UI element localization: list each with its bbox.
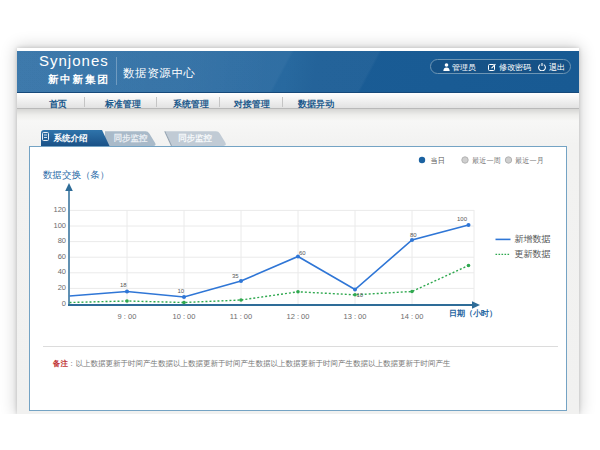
svg-text:100: 100 <box>53 221 66 230</box>
svg-text:最近一周: 最近一周 <box>472 156 501 165</box>
svg-text:18: 18 <box>120 282 127 288</box>
svg-text:新增数据: 新增数据 <box>515 234 551 244</box>
svg-text:0: 0 <box>62 299 66 308</box>
svg-text:60: 60 <box>299 250 306 256</box>
svg-text:40: 40 <box>58 267 66 276</box>
svg-text:13 : 00: 13 : 00 <box>344 312 367 321</box>
svg-text:更新数据: 更新数据 <box>515 249 551 259</box>
svg-text:10: 10 <box>357 292 364 298</box>
svg-text:10: 10 <box>178 288 185 294</box>
svg-text:最近一月: 最近一月 <box>515 156 544 165</box>
svg-text:同步监控: 同步监控 <box>178 133 213 143</box>
svg-text:120: 120 <box>53 205 66 214</box>
svg-text:11 : 00: 11 : 00 <box>230 312 252 321</box>
svg-text:数据交换（条）: 数据交换（条） <box>43 169 110 180</box>
svg-text:9 : 00: 9 : 00 <box>118 312 137 321</box>
svg-text:12 : 00: 12 : 00 <box>287 312 310 321</box>
svg-text:系统介绍: 系统介绍 <box>53 133 89 143</box>
svg-text:100: 100 <box>457 216 468 222</box>
svg-text:10 : 00: 10 : 00 <box>173 312 196 321</box>
svg-text:60: 60 <box>58 252 66 261</box>
svg-text:80: 80 <box>410 232 417 238</box>
svg-text:当日: 当日 <box>431 156 445 165</box>
svg-text:35: 35 <box>232 273 239 279</box>
svg-text:日期（小时）: 日期（小时） <box>449 309 497 318</box>
svg-text:同步监控: 同步监控 <box>114 133 149 143</box>
svg-text:80: 80 <box>58 236 66 245</box>
svg-text:14 : 00: 14 : 00 <box>401 312 424 321</box>
svg-text:20: 20 <box>58 283 66 292</box>
